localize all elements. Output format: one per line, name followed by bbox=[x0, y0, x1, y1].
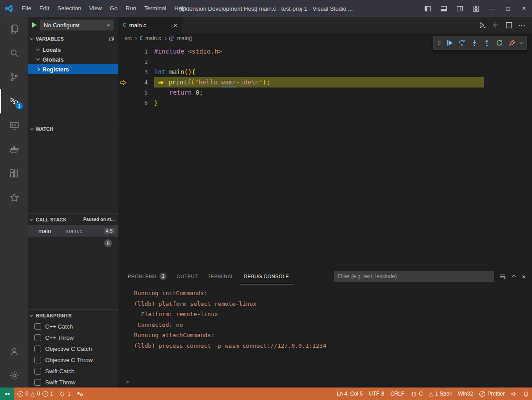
line-number[interactable]: 3 bbox=[128, 67, 148, 77]
code-content[interactable]: return 0; bbox=[154, 88, 203, 98]
menu-terminal[interactable]: Terminal bbox=[140, 0, 170, 17]
breakpoint-checkbox[interactable] bbox=[34, 323, 41, 330]
breakpoint-checkbox[interactable] bbox=[34, 346, 41, 352]
breakpoint-checkbox[interactable] bbox=[34, 334, 41, 341]
watch-section-header[interactable]: WATCH bbox=[28, 123, 118, 134]
breakpoint-item[interactable]: Swift Throw bbox=[28, 377, 118, 388]
code-content[interactable]: } bbox=[154, 98, 158, 108]
stack-frame-row[interactable]: main main.c 4:5 bbox=[28, 225, 118, 237]
panel-tab-output[interactable]: OUTPUT bbox=[172, 268, 203, 284]
tab-close-icon[interactable]: × bbox=[173, 21, 177, 29]
ports-indicator[interactable]: 1 bbox=[56, 388, 74, 400]
language-mode[interactable]: {}C bbox=[407, 388, 426, 400]
menu-view[interactable]: View bbox=[85, 0, 106, 17]
menu-edit[interactable]: Edit bbox=[35, 0, 53, 17]
breadcrumb-file[interactable]: main.c bbox=[145, 35, 161, 42]
breakpoints-section-header[interactable]: BREAKPOINTS bbox=[28, 309, 118, 321]
step-out-button[interactable] bbox=[481, 37, 493, 49]
notifications-indicator[interactable] bbox=[520, 388, 532, 400]
debug-console-prompt[interactable]: > bbox=[118, 376, 532, 388]
accounts-icon[interactable] bbox=[0, 339, 28, 363]
breakpoint-item[interactable]: C++ Catch bbox=[28, 321, 118, 332]
platform-indicator[interactable]: Win32 bbox=[455, 388, 476, 400]
panel-tab-problems[interactable]: PROBLEMS1 bbox=[123, 268, 172, 284]
filter-lines-icon[interactable] bbox=[499, 273, 506, 280]
panel-tab-debug-console[interactable]: DEBUG CONSOLE bbox=[239, 268, 294, 284]
code-content[interactable]: int main(){ bbox=[154, 67, 196, 77]
breakpoint-item[interactable]: Objective C Throw bbox=[28, 354, 118, 366]
breadcrumb-symbol[interactable]: main() bbox=[177, 35, 193, 42]
encoding-indicator[interactable]: UTF-8 bbox=[366, 388, 387, 400]
code-content[interactable]: #include <stdio.h> bbox=[154, 46, 222, 57]
breakpoint-checkbox[interactable] bbox=[34, 368, 41, 375]
editor-gear-icon[interactable] bbox=[490, 20, 501, 30]
code-content[interactable]: printf("hello wamr-ide\n"); bbox=[154, 77, 484, 88]
minimize-button[interactable]: — bbox=[484, 0, 500, 17]
menu-selection[interactable]: Selection bbox=[53, 0, 85, 17]
split-editor-icon[interactable] bbox=[503, 20, 514, 30]
problems-indicator[interactable]: ×0 △0 i1 bbox=[14, 388, 56, 400]
code-token: #include bbox=[154, 46, 184, 57]
more-actions-icon[interactable]: ··· bbox=[517, 20, 528, 30]
remote-indicator[interactable]: >< bbox=[0, 388, 14, 400]
console-filter-input[interactable] bbox=[334, 271, 494, 282]
cursor-position[interactable]: Ln 4, Col 5 bbox=[334, 388, 366, 400]
docker-icon[interactable] bbox=[0, 138, 28, 162]
step-into-button[interactable] bbox=[468, 37, 480, 49]
explorer-icon[interactable] bbox=[0, 17, 28, 41]
variables-section-header[interactable]: VARIABLES bbox=[28, 33, 118, 45]
breakpoint-item[interactable]: C++ Throw bbox=[28, 332, 118, 343]
announcement-indicator[interactable] bbox=[508, 388, 520, 400]
run-and-debug-icon[interactable]: 1 bbox=[0, 89, 28, 113]
variables-item-locals[interactable]: Locals bbox=[28, 45, 118, 54]
chevron-down-icon[interactable] bbox=[518, 42, 524, 44]
breakpoint-item[interactable]: Swift Catch bbox=[28, 366, 118, 377]
variables-item-globals[interactable]: Globals bbox=[28, 54, 118, 64]
menu-go[interactable]: Go bbox=[106, 0, 121, 17]
star-icon[interactable] bbox=[0, 186, 28, 210]
callstack-section-header[interactable]: CALL STACK Paused on st... bbox=[28, 213, 118, 225]
code-editor[interactable]: 1#include <stdio.h>23int main(){4printf(… bbox=[118, 44, 532, 268]
line-number[interactable]: 5 bbox=[128, 88, 148, 98]
line-number[interactable]: 2 bbox=[128, 57, 148, 67]
continue-button[interactable] bbox=[443, 37, 455, 49]
line-number[interactable]: 4 bbox=[128, 77, 148, 88]
collapse-all-icon[interactable] bbox=[109, 36, 115, 42]
variables-item-registers[interactable]: Registers bbox=[28, 64, 118, 74]
eol-indicator[interactable]: CRLF bbox=[387, 388, 407, 400]
disconnect-button[interactable] bbox=[506, 37, 518, 49]
panel-tab-terminal[interactable]: TERMINAL bbox=[203, 268, 239, 284]
debug-config-dropdown[interactable]: No Configurat bbox=[40, 19, 114, 31]
run-or-debug-button[interactable] bbox=[477, 20, 487, 30]
toggle-secondary-sidebar-icon[interactable] bbox=[452, 0, 468, 17]
formatter-indicator[interactable]: Prettier bbox=[476, 388, 508, 400]
customize-layout-icon[interactable] bbox=[468, 0, 484, 17]
close-panel-icon[interactable]: × bbox=[522, 273, 526, 280]
menu-run[interactable]: Run bbox=[121, 0, 140, 17]
line-number[interactable]: 1 bbox=[128, 46, 148, 57]
breadcrumb-folder[interactable]: src bbox=[125, 35, 132, 42]
breakpoint-item[interactable]: Objective C Catch bbox=[28, 343, 118, 354]
search-icon[interactable] bbox=[0, 41, 28, 65]
breakpoint-checkbox[interactable] bbox=[34, 357, 41, 363]
toggle-sidebar-icon[interactable] bbox=[419, 0, 436, 17]
source-control-icon[interactable] bbox=[0, 65, 28, 89]
drag-handle-icon[interactable] bbox=[436, 37, 443, 49]
step-over-button[interactable] bbox=[456, 37, 468, 49]
maximize-panel-icon[interactable] bbox=[512, 275, 515, 278]
maximize-button[interactable]: □ bbox=[500, 0, 516, 17]
restart-button[interactable] bbox=[493, 37, 505, 49]
extensions-icon[interactable] bbox=[0, 162, 28, 186]
breakpoint-checkbox[interactable] bbox=[34, 379, 41, 386]
spell-checker-indicator[interactable]: △1 Spell bbox=[426, 388, 455, 400]
settings-gear-icon[interactable] bbox=[0, 363, 28, 388]
close-button[interactable]: × bbox=[516, 0, 532, 17]
toggle-panel-icon[interactable] bbox=[436, 0, 452, 17]
tab-main-c[interactable]: C main.c × bbox=[118, 17, 182, 33]
debug-session-indicator[interactable] bbox=[74, 388, 86, 400]
menu-file[interactable]: File bbox=[18, 0, 35, 17]
line-number[interactable]: 6 bbox=[128, 98, 148, 108]
start-debug-icon[interactable] bbox=[32, 22, 37, 28]
remote-explorer-icon[interactable] bbox=[0, 113, 28, 138]
debug-stackframe-arrow-icon[interactable] bbox=[118, 80, 128, 85]
